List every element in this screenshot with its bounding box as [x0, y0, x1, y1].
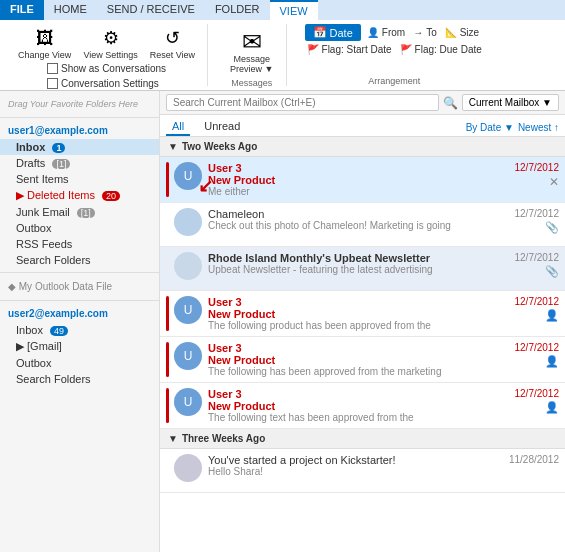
size-sort-button[interactable]: 📐 Size: [443, 26, 481, 39]
message-preview-button[interactable]: ✉ Message Preview ▼: [226, 28, 277, 76]
date-group-label-three-weeks: Three Weeks Ago: [182, 433, 265, 444]
spacer-2: [166, 208, 169, 241]
email-content-7: You've started a project on Kickstarter!…: [208, 454, 505, 487]
sidebar-item-junk[interactable]: Junk Email [1]: [0, 204, 159, 220]
change-view-label: Change View: [18, 50, 71, 60]
unread-bar-4: [166, 296, 169, 331]
date-3: 12/7/2012: [515, 252, 560, 263]
meta-6: 12/7/2012 👤: [515, 388, 560, 423]
sidebar-item-inbox-2[interactable]: Inbox 49: [0, 322, 159, 338]
email-item-5[interactable]: U User 3 New Product The following has b…: [160, 337, 565, 383]
sidebar-item-search-2[interactable]: Search Folders: [0, 371, 159, 387]
sidebar-item-outbox-2[interactable]: Outbox: [0, 355, 159, 371]
show-as-conversations-checkbox[interactable]: Show as Conversations: [45, 62, 168, 75]
email-item-2[interactable]: Chameleon Check out this photo of Chamel…: [160, 203, 565, 247]
current-mailbox-selector[interactable]: Current Mailbox ▼: [462, 94, 559, 111]
sidebar-item-search-1[interactable]: Search Folders: [0, 252, 159, 268]
view-settings-label: View Settings: [83, 50, 137, 60]
sidebar-item-sent[interactable]: Sent Items: [0, 171, 159, 187]
spacer-7: [166, 454, 169, 487]
meta-4: 12/7/2012 👤: [515, 296, 560, 331]
email-item-1[interactable]: U User 3 New Product Me either 12/7/2012…: [160, 157, 565, 203]
tab-file[interactable]: FILE: [0, 0, 44, 20]
change-view-icon: 🖼: [33, 26, 57, 50]
delete-btn-1[interactable]: ✕: [549, 175, 559, 189]
to-label: To: [426, 27, 437, 38]
preview-1: Me either: [208, 186, 511, 197]
date-group-three-weeks: ▼ Three Weeks Ago: [160, 429, 565, 449]
email-content-2: Chameleon Check out this photo of Chamel…: [208, 208, 511, 241]
sidebar-account-2[interactable]: user2@example.com: [0, 305, 159, 322]
sort-by-label[interactable]: By Date ▼: [466, 122, 514, 133]
flag-start-date-button[interactable]: 🚩 Flag: Start Date: [305, 43, 394, 56]
tab-home[interactable]: HOME: [44, 0, 97, 20]
sidebar-item-drafts[interactable]: Drafts [1]: [0, 155, 159, 171]
to-icon: →: [413, 27, 423, 38]
sort-order-label[interactable]: Newest ↑: [518, 122, 559, 133]
avatar-3: [174, 252, 202, 280]
current-mailbox-label: Current Mailbox ▼: [469, 97, 552, 108]
avatar-5: U: [174, 342, 202, 370]
email-content-6: User 3 New Product The following text ha…: [208, 388, 511, 423]
search-bar: 🔍 Current Mailbox ▼: [160, 91, 565, 115]
flag-due-label: Flag: Due Date: [415, 44, 482, 55]
email-list: ▼ Two Weeks Ago U User 3 New Product Me …: [160, 137, 565, 552]
app-body: Drag Your Favorite Folders Here user1@ex…: [0, 91, 565, 552]
email-content-1: User 3 New Product Me either: [208, 162, 511, 197]
expand-arrow[interactable]: ▼: [168, 141, 178, 152]
sender-1: User 3: [208, 162, 511, 174]
spacer-3: [166, 252, 169, 285]
date-sort-button[interactable]: 📅 Date: [305, 24, 361, 41]
arrow-indicator-1: ↙: [198, 175, 213, 197]
change-view-button[interactable]: 🖼 Change View: [14, 24, 75, 62]
expand-arrow-2[interactable]: ▼: [168, 433, 178, 444]
sidebar-section-outlook-data: ◆ My Outlook Data File: [0, 277, 159, 296]
sidebar-account-1[interactable]: user1@example.com: [0, 122, 159, 139]
tab-unread[interactable]: Unread: [198, 118, 246, 136]
sender-4: User 3: [208, 296, 511, 308]
subject-5: New Product: [208, 354, 511, 366]
size-icon: 📐: [445, 27, 457, 38]
search-input[interactable]: [166, 94, 439, 111]
tab-all[interactable]: All: [166, 118, 190, 136]
attach-icon-4: 👤: [545, 309, 559, 322]
preview-2: Check out this photo of Chameleon! Marke…: [208, 220, 511, 231]
arrangement-group-label: Arrangement: [368, 76, 420, 86]
preview-3: Upbeat Newsletter - featuring the latest…: [208, 264, 511, 275]
tab-view[interactable]: VIEW: [270, 0, 318, 20]
sidebar-item-deleted[interactable]: ▶ Deleted Items 20: [0, 187, 159, 204]
to-sort-button[interactable]: → To: [411, 26, 439, 39]
view-settings-icon: ⚙: [99, 26, 123, 50]
view-settings-button[interactable]: ⚙ View Settings: [79, 24, 141, 62]
date-icon: 📅: [313, 26, 327, 39]
sidebar-item-outbox-1[interactable]: Outbox: [0, 220, 159, 236]
show-as-conversations-label: Show as Conversations: [61, 63, 166, 74]
email-item-4[interactable]: U User 3 New Product The following produ…: [160, 291, 565, 337]
sidebar-item-rss[interactable]: RSS Feeds: [0, 236, 159, 252]
sidebar-item-gmail[interactable]: ▶ [Gmail]: [0, 338, 159, 355]
from-label: From: [382, 27, 405, 38]
meta-1: 12/7/2012 ✕: [515, 162, 560, 197]
message-preview-icon: ✉: [240, 30, 264, 54]
from-sort-button[interactable]: 👤 From: [365, 26, 407, 39]
avatar-4: U: [174, 296, 202, 324]
attach-icon-6: 👤: [545, 401, 559, 414]
flag-due-date-button[interactable]: 🚩 Flag: Due Date: [398, 43, 484, 56]
date-2: 12/7/2012: [515, 208, 560, 219]
email-item-7[interactable]: You've started a project on Kickstarter!…: [160, 449, 565, 493]
unread-bar-6: [166, 388, 169, 423]
sidebar-item-inbox-1[interactable]: Inbox 1: [0, 139, 159, 155]
date-4: 12/7/2012: [515, 296, 560, 307]
tab-send-receive[interactable]: SEND / RECEIVE: [97, 0, 205, 20]
reset-view-button[interactable]: ↺ Reset View: [146, 24, 199, 62]
email-item-3[interactable]: Rhode Island Monthly's Upbeat Newsletter…: [160, 247, 565, 291]
tab-folder[interactable]: FOLDER: [205, 0, 270, 20]
conversation-settings-button[interactable]: Conversation Settings: [45, 77, 168, 90]
sender-6: User 3: [208, 388, 511, 400]
ribbon-body: 🖼 Change View ⚙ View Settings ↺ Reset Vi…: [0, 20, 565, 90]
date-6: 12/7/2012: [515, 388, 560, 399]
flag-start-icon: 🚩: [307, 44, 319, 55]
flag-start-label: Flag: Start Date: [322, 44, 392, 55]
email-item-6[interactable]: U User 3 New Product The following text …: [160, 383, 565, 429]
ribbon-group-messages: ✉ Message Preview ▼ Messages: [218, 24, 286, 86]
